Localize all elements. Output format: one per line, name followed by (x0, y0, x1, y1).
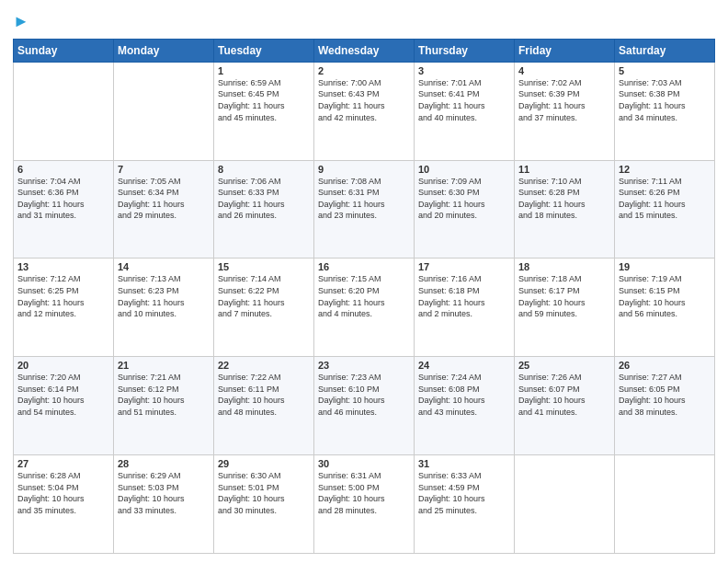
week-row-3: 13Sunrise: 7:12 AM Sunset: 6:25 PM Dayli… (14, 259, 715, 357)
day-cell: 29Sunrise: 6:30 AM Sunset: 5:01 PM Dayli… (214, 455, 314, 554)
day-number: 22 (218, 360, 310, 371)
day-number: 13 (17, 261, 109, 272)
day-number: 12 (619, 164, 711, 175)
weekday-header-row: SundayMondayTuesdayWednesdayThursdayFrid… (14, 39, 715, 62)
weekday-monday: Monday (114, 39, 214, 62)
day-info: Sunrise: 7:01 AM Sunset: 6:41 PM Dayligh… (418, 77, 510, 123)
day-number: 19 (619, 261, 711, 272)
day-cell: 12Sunrise: 7:11 AM Sunset: 6:26 PM Dayli… (615, 160, 715, 259)
weekday-thursday: Thursday (415, 39, 515, 62)
header: ► (13, 9, 715, 31)
day-number: 26 (619, 360, 711, 371)
day-info: Sunrise: 7:24 AM Sunset: 6:08 PM Dayligh… (418, 372, 510, 418)
day-info: Sunrise: 7:22 AM Sunset: 6:11 PM Dayligh… (218, 372, 310, 418)
day-cell: 21Sunrise: 7:21 AM Sunset: 6:12 PM Dayli… (114, 357, 214, 455)
day-info: Sunrise: 7:08 AM Sunset: 6:31 PM Dayligh… (318, 176, 410, 222)
calendar-table: SundayMondayTuesdayWednesdayThursdayFrid… (13, 39, 715, 554)
day-cell (14, 62, 114, 160)
day-cell: 31Sunrise: 6:33 AM Sunset: 4:59 PM Dayli… (415, 455, 515, 554)
day-cell: 26Sunrise: 7:27 AM Sunset: 6:05 PM Dayli… (615, 357, 715, 455)
day-cell: 22Sunrise: 7:22 AM Sunset: 6:11 PM Dayli… (214, 357, 314, 455)
day-info: Sunrise: 7:19 AM Sunset: 6:15 PM Dayligh… (619, 273, 711, 319)
day-info: Sunrise: 6:29 AM Sunset: 5:03 PM Dayligh… (118, 470, 210, 516)
day-cell: 24Sunrise: 7:24 AM Sunset: 6:08 PM Dayli… (415, 357, 515, 455)
day-number: 28 (118, 458, 210, 469)
week-row-4: 20Sunrise: 7:20 AM Sunset: 6:14 PM Dayli… (14, 357, 715, 455)
day-number: 11 (518, 164, 610, 175)
weekday-sunday: Sunday (14, 39, 114, 62)
day-cell (114, 62, 214, 160)
day-number: 31 (418, 458, 510, 469)
day-info: Sunrise: 7:09 AM Sunset: 6:30 PM Dayligh… (418, 176, 510, 222)
day-number: 17 (418, 261, 510, 272)
day-number: 21 (118, 360, 210, 371)
day-info: Sunrise: 7:18 AM Sunset: 6:17 PM Dayligh… (518, 273, 610, 319)
day-info: Sunrise: 7:03 AM Sunset: 6:38 PM Dayligh… (619, 77, 711, 123)
day-cell: 20Sunrise: 7:20 AM Sunset: 6:14 PM Dayli… (14, 357, 114, 455)
day-info: Sunrise: 7:27 AM Sunset: 6:05 PM Dayligh… (619, 372, 711, 418)
day-number: 30 (318, 458, 410, 469)
day-cell: 2Sunrise: 7:00 AM Sunset: 6:43 PM Daylig… (314, 62, 415, 160)
day-info: Sunrise: 6:59 AM Sunset: 6:45 PM Dayligh… (218, 77, 310, 123)
day-cell: 1Sunrise: 6:59 AM Sunset: 6:45 PM Daylig… (214, 62, 314, 160)
day-info: Sunrise: 7:05 AM Sunset: 6:34 PM Dayligh… (118, 176, 210, 222)
day-number: 9 (318, 164, 410, 175)
logo-text: ► (13, 13, 29, 31)
day-number: 5 (619, 65, 711, 76)
day-number: 2 (318, 65, 410, 76)
day-info: Sunrise: 6:28 AM Sunset: 5:04 PM Dayligh… (17, 470, 109, 516)
weekday-tuesday: Tuesday (214, 39, 314, 62)
day-cell: 23Sunrise: 7:23 AM Sunset: 6:10 PM Dayli… (314, 357, 415, 455)
day-cell: 19Sunrise: 7:19 AM Sunset: 6:15 PM Dayli… (615, 259, 715, 357)
page: ► SundayMondayTuesdayWednesdayThursdayFr… (0, 0, 728, 563)
day-cell (615, 455, 715, 554)
day-cell (515, 455, 615, 554)
day-cell: 8Sunrise: 7:06 AM Sunset: 6:33 PM Daylig… (214, 160, 314, 259)
day-number: 7 (118, 164, 210, 175)
day-cell: 27Sunrise: 6:28 AM Sunset: 5:04 PM Dayli… (14, 455, 114, 554)
day-number: 1 (218, 65, 310, 76)
day-cell: 13Sunrise: 7:12 AM Sunset: 6:25 PM Dayli… (14, 259, 114, 357)
day-cell: 25Sunrise: 7:26 AM Sunset: 6:07 PM Dayli… (515, 357, 615, 455)
day-cell: 4Sunrise: 7:02 AM Sunset: 6:39 PM Daylig… (515, 62, 615, 160)
day-number: 14 (118, 261, 210, 272)
day-cell: 30Sunrise: 6:31 AM Sunset: 5:00 PM Dayli… (314, 455, 415, 554)
logo: ► (13, 13, 29, 31)
day-info: Sunrise: 7:12 AM Sunset: 6:25 PM Dayligh… (17, 273, 109, 319)
day-info: Sunrise: 7:15 AM Sunset: 6:20 PM Dayligh… (318, 273, 410, 319)
day-number: 29 (218, 458, 310, 469)
week-row-2: 6Sunrise: 7:04 AM Sunset: 6:36 PM Daylig… (14, 160, 715, 259)
week-row-1: 1Sunrise: 6:59 AM Sunset: 6:45 PM Daylig… (14, 62, 715, 160)
day-number: 25 (518, 360, 610, 371)
day-cell: 18Sunrise: 7:18 AM Sunset: 6:17 PM Dayli… (515, 259, 615, 357)
day-number: 6 (17, 164, 109, 175)
day-info: Sunrise: 7:14 AM Sunset: 6:22 PM Dayligh… (218, 273, 310, 319)
weekday-wednesday: Wednesday (314, 39, 415, 62)
day-info: Sunrise: 6:31 AM Sunset: 5:00 PM Dayligh… (318, 470, 410, 516)
day-info: Sunrise: 7:16 AM Sunset: 6:18 PM Dayligh… (418, 273, 510, 319)
day-info: Sunrise: 7:23 AM Sunset: 6:10 PM Dayligh… (318, 372, 410, 418)
day-number: 24 (418, 360, 510, 371)
day-info: Sunrise: 7:06 AM Sunset: 6:33 PM Dayligh… (218, 176, 310, 222)
day-number: 23 (318, 360, 410, 371)
day-cell: 5Sunrise: 7:03 AM Sunset: 6:38 PM Daylig… (615, 62, 715, 160)
day-number: 18 (518, 261, 610, 272)
day-info: Sunrise: 7:26 AM Sunset: 6:07 PM Dayligh… (518, 372, 610, 418)
day-cell: 7Sunrise: 7:05 AM Sunset: 6:34 PM Daylig… (114, 160, 214, 259)
day-cell: 14Sunrise: 7:13 AM Sunset: 6:23 PM Dayli… (114, 259, 214, 357)
day-info: Sunrise: 7:10 AM Sunset: 6:28 PM Dayligh… (518, 176, 610, 222)
day-number: 8 (218, 164, 310, 175)
day-info: Sunrise: 7:13 AM Sunset: 6:23 PM Dayligh… (118, 273, 210, 319)
day-cell: 17Sunrise: 7:16 AM Sunset: 6:18 PM Dayli… (415, 259, 515, 357)
day-cell: 6Sunrise: 7:04 AM Sunset: 6:36 PM Daylig… (14, 160, 114, 259)
weekday-saturday: Saturday (615, 39, 715, 62)
day-number: 3 (418, 65, 510, 76)
day-info: Sunrise: 6:33 AM Sunset: 4:59 PM Dayligh… (418, 470, 510, 516)
day-info: Sunrise: 7:11 AM Sunset: 6:26 PM Dayligh… (619, 176, 711, 222)
day-info: Sunrise: 6:30 AM Sunset: 5:01 PM Dayligh… (218, 470, 310, 516)
day-info: Sunrise: 7:20 AM Sunset: 6:14 PM Dayligh… (17, 372, 109, 418)
weekday-friday: Friday (515, 39, 615, 62)
day-info: Sunrise: 7:21 AM Sunset: 6:12 PM Dayligh… (118, 372, 210, 418)
day-cell: 16Sunrise: 7:15 AM Sunset: 6:20 PM Dayli… (314, 259, 415, 357)
day-cell: 3Sunrise: 7:01 AM Sunset: 6:41 PM Daylig… (415, 62, 515, 160)
